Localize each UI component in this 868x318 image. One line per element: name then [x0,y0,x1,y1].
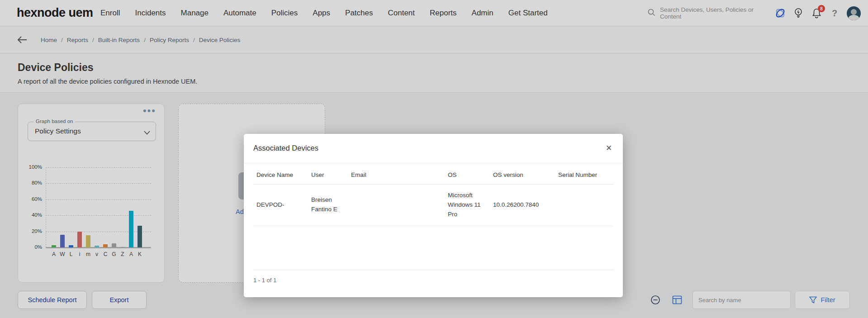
cell-device-name: DEVPOD- [253,185,308,226]
cell-email [347,185,444,226]
modal-title: Associated Devices [253,144,318,152]
col-email[interactable]: Email [347,163,444,185]
col-os-version[interactable]: OS version [489,163,555,185]
pagination-text: 1 - 1 of 1 [253,277,276,284]
associated-devices-table: Device Name User Email OS OS version Ser… [253,163,614,226]
col-serial-number[interactable]: Serial Number [555,163,614,185]
cell-user: Breisen Fantino E [308,185,347,226]
associated-devices-modal: Associated Devices ✕ Device Name User Em… [244,134,623,297]
table-header-row: Device Name User Email OS OS version Ser… [253,163,614,185]
table-row[interactable]: DEVPOD- Breisen Fantino E Microsoft Wind… [253,185,614,226]
cell-serial [555,185,614,226]
modal-footer-divider [253,270,614,270]
cell-os-version: 10.0.26200.7840 [489,185,555,226]
device-policies-page: hexnode uem Enroll Incidents Manage Auto… [0,0,868,318]
col-user[interactable]: User [308,163,347,185]
col-os[interactable]: OS [444,163,489,185]
close-icon[interactable]: ✕ [603,142,615,154]
col-device-name[interactable]: Device Name [253,163,308,185]
associated-devices-table-wrap: Device Name User Email OS OS version Ser… [253,163,614,226]
modal-header: Associated Devices ✕ [244,134,623,163]
cell-os: Microsoft Windows 11 Pro [444,185,489,226]
